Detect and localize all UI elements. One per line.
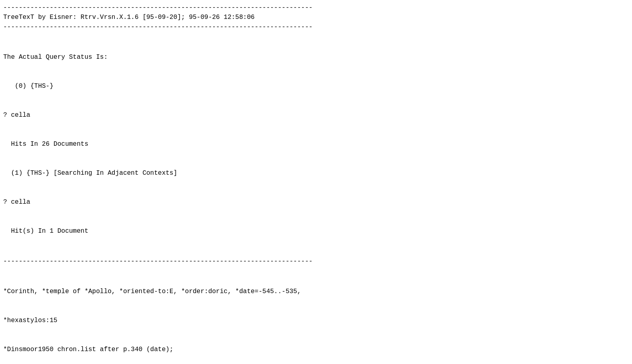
result-line2: *hexastylos:15: [3, 316, 629, 325]
divider-top: ----------------------------------------…: [0, 3, 632, 12]
divider-third: ----------------------------------------…: [0, 257, 632, 266]
divider-second: ----------------------------------------…: [0, 23, 632, 31]
header-line: TreeTexT by Eisner: Rtrv.Vrsn.X.1.6 [95-…: [0, 12, 632, 23]
query-status-line3: ? cella: [3, 110, 629, 120]
terminal-container: ----------------------------------------…: [0, 0, 632, 364]
query-status-line2: (0) {THS-}: [3, 81, 629, 91]
query-status-line5: (1) {THS-} [Searching In Adjacent Contex…: [3, 168, 629, 178]
query-status-line4: Hits In 26 Documents: [3, 139, 629, 149]
result-line3: *Dinsmoor1950 chron.list after p.340 (da…: [3, 345, 629, 354]
query-status-line6: ? cella: [3, 197, 629, 207]
result-line1: *Corinth, *temple of *Apollo, *oriented-…: [3, 287, 629, 296]
query-status-line7: Hit(s) In 1 Document: [3, 226, 629, 236]
query-status-line1: The Actual Query Status Is:: [3, 52, 629, 62]
result-block: *Corinth, *temple of *Apollo, *oriented-…: [0, 266, 632, 364]
query-status-block: The Actual Query Status Is: (0) {THS-} ?…: [0, 31, 632, 257]
